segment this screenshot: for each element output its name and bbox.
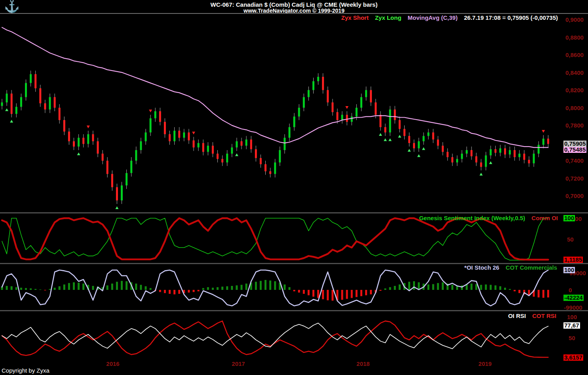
main-legend: Zyx Short Zyx Long MovingAvg (C,39) 26.7… [341,14,558,21]
price-tick-label: 0,8800 [565,34,584,41]
last-price-badge: 0,75905 [563,141,586,147]
comm-oi-value-badge: 1,1185 [563,257,583,263]
panel2-legend: Genesis Sentiment Index (Weekly,0.5) Com… [419,215,558,221]
price-tick-label: 0,9000 [565,16,584,23]
cot-commercials-value-badge: -42224 [563,295,584,301]
legend-cot-rsi: COT RSI [532,312,556,319]
window-title: WC-067: Canadian $ (Comb) Cadj Liq @ CME… [0,1,588,8]
price-tick-label: 0,8000 [565,105,584,111]
p4-tick-50: 50 [569,335,575,341]
price-tick-label: 0,7800 [565,122,584,129]
panel4-legend: OI RSI COT RSI [508,312,556,319]
legend-zyx-short: Zyx Short [341,14,369,21]
legend-comm-oi: Comm OI [531,215,558,221]
legend-cot-commercials: COT Commercials [506,264,557,271]
cot-rsi-value-badge: 3,6157 [563,354,583,361]
ma-value-badge: 0,75485 [563,147,586,153]
legend-sentiment: Genesis Sentiment Index (Weekly,0.5) [419,215,525,221]
copyright-text: Copyright by Zyxa [2,367,49,374]
p4-tick-100: 100 [567,314,577,320]
price-tick-label: 0,8200 [565,87,584,93]
year-label: 2018 [355,360,371,367]
chart-canvas[interactable] [0,0,588,375]
legend-oi-rsi: OI RSI [508,312,526,319]
legend-moving-avg: MovingAvg (C,39) [408,14,458,21]
oi-rsi-value-badge: 77,67 [563,322,580,329]
price-tick-label: 0,7000 [565,192,584,199]
year-label: 2016 [105,360,121,367]
price-tick-label: 0,7400 [565,157,584,164]
stoch-value-badge: 100 [563,267,575,273]
legend-oi-stoch: *OI Stoch 26 [464,264,499,271]
panel3-legend: *OI Stoch 26 COT Commercials [464,264,557,271]
tradenavigator-chart-window: ⚓ WC-067: Canadian $ (Comb) Cadj Liq @ C… [0,0,588,375]
legend-zyx-long: Zyx Long [375,14,402,21]
quote-status: 26.7.19 17:08 = 0,75905 (-0,00735) [464,14,558,21]
price-tick-label: 0,8600 [565,51,584,58]
p3-tick-0: 0 [569,287,572,293]
price-tick-label: 0,8400 [565,69,584,76]
year-label: 2019 [477,360,493,367]
price-tick-label: 0,7200 [565,175,584,182]
sentiment-value-badge: 100 [563,215,575,221]
p2-tick-50: 50 [567,236,574,243]
p3-tick-neg99000: -99000 [564,304,582,311]
year-label: 2017 [230,360,246,367]
header-divider [0,13,588,14]
